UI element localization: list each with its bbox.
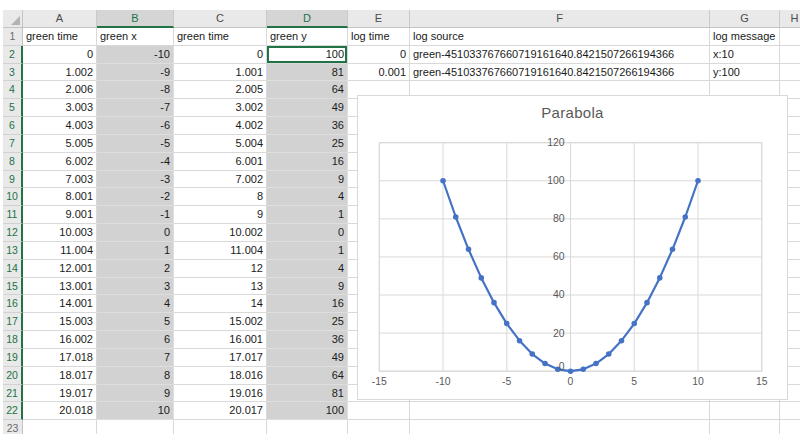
cell-D11[interactable]: 1 [267, 206, 348, 224]
cell-B11[interactable]: -1 [97, 206, 174, 224]
cell-D21[interactable]: 81 [267, 385, 348, 403]
cell-C23[interactable] [174, 420, 267, 434]
cell-H3[interactable] [780, 64, 800, 82]
cell-D20[interactable]: 64 [267, 367, 348, 385]
row-header-18[interactable]: 18 [3, 331, 23, 349]
cell-F22[interactable] [410, 402, 710, 420]
cell-C19[interactable]: 17.017 [174, 349, 267, 367]
cell-C17[interactable]: 15.002 [174, 313, 267, 331]
cell-E2[interactable]: 0 [348, 46, 410, 64]
cell-H23[interactable] [780, 420, 800, 434]
cell-E1[interactable]: log time [348, 28, 410, 46]
cell-D7[interactable]: 25 [267, 135, 348, 153]
cell-A6[interactable]: 4.003 [23, 117, 97, 135]
cell-B10[interactable]: -2 [97, 188, 174, 206]
cell-B9[interactable]: -3 [97, 171, 174, 189]
col-header-E[interactable]: E [348, 10, 410, 28]
cell-B7[interactable]: -5 [97, 135, 174, 153]
cell-A22[interactable]: 20.018 [23, 402, 97, 420]
cell-B4[interactable]: -8 [97, 81, 174, 99]
row-header-19[interactable]: 19 [3, 349, 23, 367]
cell-C13[interactable]: 11.004 [174, 242, 267, 260]
cell-A20[interactable]: 18.017 [23, 367, 97, 385]
cell-G2[interactable]: x:10 [710, 46, 780, 64]
row-header-6[interactable]: 6 [3, 117, 23, 135]
cell-G1[interactable]: log message [710, 28, 780, 46]
cell-B20[interactable]: 8 [97, 367, 174, 385]
cell-C12[interactable]: 10.002 [174, 224, 267, 242]
cell-A2[interactable]: 0 [23, 46, 97, 64]
cell-C20[interactable]: 18.016 [174, 367, 267, 385]
cell-D5[interactable]: 49 [267, 99, 348, 117]
cell-B14[interactable]: 2 [97, 260, 174, 278]
cell-D16[interactable]: 16 [267, 295, 348, 313]
row-header-23[interactable]: 23 [3, 420, 23, 434]
cell-C7[interactable]: 5.004 [174, 135, 267, 153]
row-header-9[interactable]: 9 [3, 171, 23, 189]
cell-C15[interactable]: 13 [174, 278, 267, 296]
cell-F3[interactable]: green-451033767660719161640.842150726619… [410, 64, 710, 82]
cell-D17[interactable]: 25 [267, 313, 348, 331]
cell-D12[interactable]: 0 [267, 224, 348, 242]
cell-B12[interactable]: 0 [97, 224, 174, 242]
cell-A8[interactable]: 6.002 [23, 153, 97, 171]
cell-D8[interactable]: 16 [267, 153, 348, 171]
cell-B21[interactable]: 9 [97, 385, 174, 403]
cell-C21[interactable]: 19.016 [174, 385, 267, 403]
cell-A15[interactable]: 13.001 [23, 278, 97, 296]
cell-B6[interactable]: -6 [97, 117, 174, 135]
cell-A13[interactable]: 11.004 [23, 242, 97, 260]
cell-C2[interactable]: 0 [174, 46, 267, 64]
row-header-22[interactable]: 22 [3, 402, 23, 420]
cell-A4[interactable]: 2.006 [23, 81, 97, 99]
cell-C16[interactable]: 14 [174, 295, 267, 313]
cell-D2[interactable]: 100 [267, 46, 348, 64]
cell-A23[interactable] [23, 420, 97, 434]
cell-D6[interactable]: 36 [267, 117, 348, 135]
cell-F2[interactable]: green-451033767660719161640.842150726619… [410, 46, 710, 64]
cell-E3[interactable]: 0.001 [348, 64, 410, 82]
cell-H22[interactable] [780, 402, 800, 420]
cell-B16[interactable]: 4 [97, 295, 174, 313]
row-header-21[interactable]: 21 [3, 385, 23, 403]
row-header-11[interactable]: 11 [3, 206, 23, 224]
cell-C3[interactable]: 1.001 [174, 64, 267, 82]
cell-H2[interactable] [780, 46, 800, 64]
cell-D22[interactable]: 100 [267, 402, 348, 420]
row-header-12[interactable]: 12 [3, 224, 23, 242]
select-all-corner[interactable] [3, 10, 23, 28]
cell-B5[interactable]: -7 [97, 99, 174, 117]
col-header-B[interactable]: B [97, 10, 174, 28]
cell-B18[interactable]: 6 [97, 331, 174, 349]
cell-C14[interactable]: 12 [174, 260, 267, 278]
cell-A21[interactable]: 19.017 [23, 385, 97, 403]
cell-A12[interactable]: 10.003 [23, 224, 97, 242]
cell-A1[interactable]: green time [23, 28, 97, 46]
row-header-5[interactable]: 5 [3, 99, 23, 117]
cell-H1[interactable] [780, 28, 800, 46]
cell-D4[interactable]: 64 [267, 81, 348, 99]
cell-A7[interactable]: 5.005 [23, 135, 97, 153]
cell-B15[interactable]: 3 [97, 278, 174, 296]
cell-G22[interactable] [710, 402, 780, 420]
cell-A14[interactable]: 12.001 [23, 260, 97, 278]
cell-D19[interactable]: 49 [267, 349, 348, 367]
cell-G3[interactable]: y:100 [710, 64, 780, 82]
cell-D13[interactable]: 1 [267, 242, 348, 260]
col-header-A[interactable]: A [23, 10, 97, 28]
cell-C6[interactable]: 4.002 [174, 117, 267, 135]
cell-A19[interactable]: 17.018 [23, 349, 97, 367]
cell-D14[interactable]: 4 [267, 260, 348, 278]
cell-B23[interactable] [97, 420, 174, 434]
col-header-D[interactable]: D [267, 10, 348, 28]
row-header-20[interactable]: 20 [3, 367, 23, 385]
cell-A3[interactable]: 1.002 [23, 64, 97, 82]
col-header-C[interactable]: C [174, 10, 267, 28]
cell-C10[interactable]: 8 [174, 188, 267, 206]
cell-C18[interactable]: 16.001 [174, 331, 267, 349]
row-header-13[interactable]: 13 [3, 242, 23, 260]
cell-A10[interactable]: 8.001 [23, 188, 97, 206]
row-header-10[interactable]: 10 [3, 188, 23, 206]
cell-D23[interactable] [267, 420, 348, 434]
cell-E22[interactable] [348, 402, 410, 420]
